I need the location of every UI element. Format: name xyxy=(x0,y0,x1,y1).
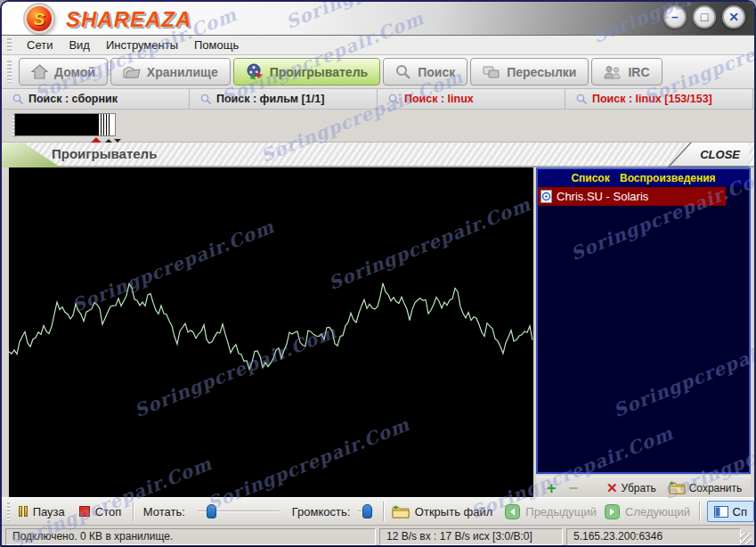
tab-label: IRC xyxy=(628,65,649,79)
search-tab-row: Поиск : сборник Поиск : фильм [1/1] Поис… xyxy=(2,89,754,110)
open-folder-icon xyxy=(392,504,410,518)
tab-label: Хранилище xyxy=(147,65,218,79)
stop-button[interactable]: Стоп xyxy=(79,505,121,518)
search-tab-linux[interactable]: Поиск : linux xyxy=(378,89,565,109)
monitor-panel xyxy=(14,113,116,136)
playlist-panel: Список Воспроизведения Chris.SU - Solari… xyxy=(536,167,751,474)
film-reel-icon xyxy=(246,63,264,80)
transfers-icon xyxy=(483,65,500,79)
panel-title: Проигрыватель xyxy=(52,146,157,161)
monitor-row xyxy=(2,110,754,143)
tab-label: Домой xyxy=(54,65,95,79)
tab-library[interactable]: Хранилище xyxy=(110,58,231,86)
tab-label: Поиск xyxy=(418,65,455,79)
toolbar-gripper[interactable] xyxy=(7,61,12,84)
previous-button[interactable]: Предыдущий xyxy=(505,504,597,519)
menubar-gripper[interactable] xyxy=(7,38,12,52)
playlist-remove-track-button[interactable]: − xyxy=(569,480,579,496)
previous-label: Предыдущий xyxy=(525,505,597,518)
search-tab-linux-results[interactable]: Поиск : linux [153/153] xyxy=(565,89,753,109)
red-x-icon: ✕ xyxy=(606,481,618,494)
library-folder-icon xyxy=(123,65,141,79)
menu-networks[interactable]: Сети xyxy=(19,38,61,52)
tab-label: Пересылки xyxy=(507,65,576,79)
menu-help[interactable]: Помощь xyxy=(186,38,247,52)
playlist-toolbar: + − ✕ Убрать Сохранить xyxy=(536,476,751,499)
monitor-display xyxy=(15,114,99,135)
volume-thumb[interactable] xyxy=(362,504,372,518)
next-label: Следующий xyxy=(625,505,690,518)
separator xyxy=(383,502,384,521)
status-bandwidth: 12 B/s вх : 17 B/s исх [3:0/B:0] xyxy=(379,528,563,545)
pause-button[interactable]: Пауза xyxy=(19,505,65,518)
clear-label: Убрать xyxy=(622,482,656,494)
window-controls: – □ ✕ xyxy=(663,5,745,29)
waveform xyxy=(9,167,533,497)
home-icon xyxy=(31,64,48,79)
playlist-clear-button[interactable]: ✕ Убрать xyxy=(606,481,656,494)
next-arrow-icon xyxy=(605,504,620,519)
menu-bar: Сети Вид Инструменты Помощь xyxy=(2,36,754,55)
pause-label: Пауза xyxy=(33,505,65,518)
logo-letter: S xyxy=(34,11,45,28)
shareaza-logo-icon: S xyxy=(25,4,53,33)
search-tab-label: Поиск : фильм [1/1] xyxy=(216,93,324,105)
seek-label: Мотать: xyxy=(143,505,185,518)
save-folder-icon xyxy=(669,481,686,494)
resize-grip[interactable] xyxy=(740,533,752,544)
status-connection: Подключено. 0 КВ в хранилище. xyxy=(5,528,376,545)
seek-slider[interactable] xyxy=(198,503,280,519)
playlist-toggle-button[interactable]: Сп xyxy=(707,501,754,522)
content-area: Список Воспроизведения Chris.SU - Solari… xyxy=(2,167,754,497)
media-file-icon xyxy=(541,190,552,203)
status-bar: Подключено. 0 КВ в хранилище. 12 B/s вх … xyxy=(2,526,754,547)
playlist-header: Список Воспроизведения xyxy=(538,169,749,186)
tab-search[interactable]: Поиск xyxy=(383,58,467,86)
media-visualization-area xyxy=(9,167,533,497)
pause-icon xyxy=(19,506,28,517)
tab-media-player[interactable]: Проигрыватель xyxy=(233,58,380,86)
close-button[interactable]: ✕ xyxy=(722,5,745,29)
minimize-button[interactable]: – xyxy=(663,5,687,29)
stop-label: Стоп xyxy=(95,505,121,518)
playlist-save-button[interactable]: Сохранить xyxy=(669,481,743,494)
controls-gripper[interactable] xyxy=(7,502,10,521)
maximize-button[interactable]: □ xyxy=(693,5,716,29)
status-address: 5.165.23.200:6346 xyxy=(566,528,741,545)
track-title: Chris.SU - Solaris xyxy=(557,190,648,203)
search-tab-sbornik[interactable]: Поиск : сборник xyxy=(2,89,190,109)
app-brand: SHAREAZA xyxy=(66,7,191,32)
tab-transfers[interactable]: Пересылки xyxy=(470,58,589,86)
separator xyxy=(699,502,700,521)
seek-thumb[interactable] xyxy=(207,504,216,518)
playlist-item-selected[interactable]: Chris.SU - Solaris xyxy=(538,187,726,206)
panel-layout-icon xyxy=(714,506,728,518)
shareaza-window: S SHAREAZA – □ ✕ Сети Вид Инструменты По… xyxy=(0,0,756,547)
previous-arrow-icon xyxy=(505,504,520,519)
menu-view[interactable]: Вид xyxy=(61,38,98,52)
tab-home[interactable]: Домой xyxy=(19,58,108,86)
player-controls-bar: Пауза Стоп Мотать: Громкость: Открыть фа… xyxy=(2,497,754,526)
save-label: Сохранить xyxy=(689,482,743,494)
search-icon xyxy=(395,64,411,80)
search-tab-label: Поиск : сборник xyxy=(28,93,118,105)
nav-toolbar: Домой Хранилище Проигрыватель Поиск Пере… xyxy=(2,55,754,89)
next-button[interactable]: Следующий xyxy=(605,504,690,519)
monitor-bar xyxy=(106,114,110,135)
search-tab-film[interactable]: Поиск : фильм [1/1] xyxy=(190,89,378,109)
search-icon xyxy=(200,94,212,105)
open-file-label: Открыть файл xyxy=(415,505,492,518)
tab-irc[interactable]: IRC xyxy=(591,58,662,86)
volume-slider[interactable] xyxy=(357,503,373,519)
toggle-label: Сп xyxy=(733,505,747,518)
search-tab-label: Поиск : linux [153/153] xyxy=(592,93,712,105)
playlist-add-button[interactable]: + xyxy=(547,480,557,496)
search-icon xyxy=(12,94,24,105)
title-bar[interactable]: S SHAREAZA – □ ✕ xyxy=(2,2,754,36)
search-icon xyxy=(576,94,588,105)
panel-close-button[interactable]: CLOSE xyxy=(667,143,749,167)
open-file-button[interactable]: Открыть файл xyxy=(392,504,492,518)
irc-people-icon xyxy=(604,65,622,79)
stop-icon xyxy=(79,506,90,517)
menu-tools[interactable]: Инструменты xyxy=(98,38,186,52)
